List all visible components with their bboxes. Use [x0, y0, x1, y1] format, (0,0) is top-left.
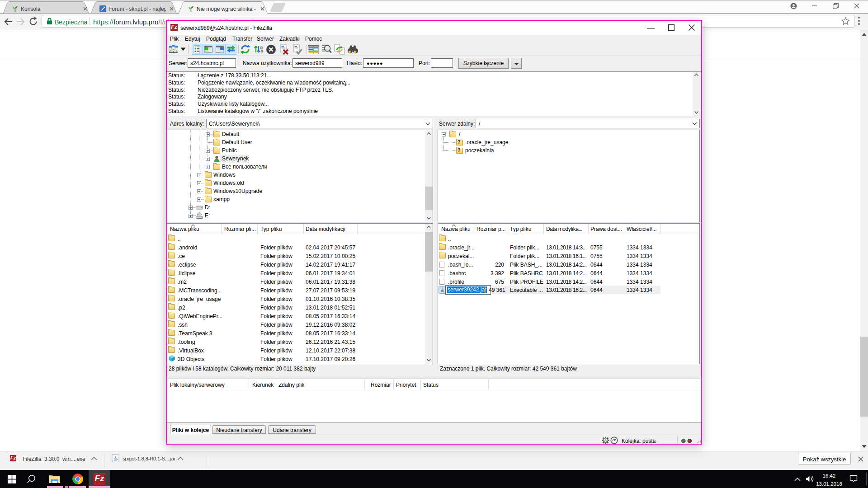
svg-text:A: A — [604, 438, 607, 443]
